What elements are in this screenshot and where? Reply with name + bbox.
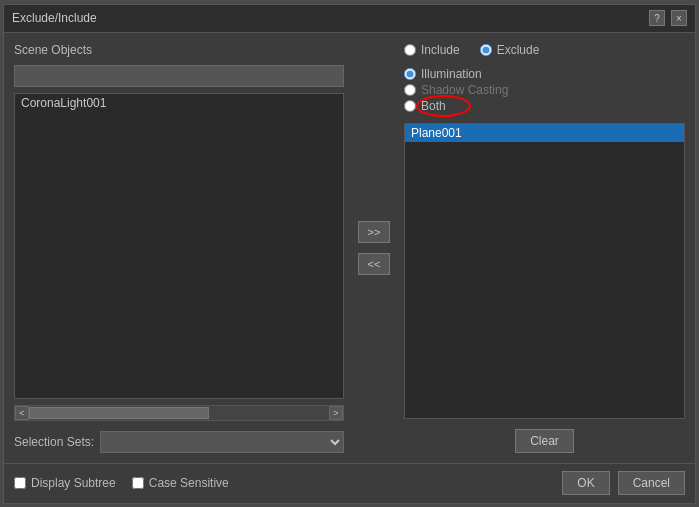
close-button[interactable]: × xyxy=(671,10,687,26)
search-input[interactable] xyxy=(14,65,344,87)
clear-btn-row: Clear xyxy=(404,429,685,453)
scroll-left-arrow[interactable]: < xyxy=(15,406,29,420)
dialog: Exclude/Include ? × Scene Objects Corona… xyxy=(3,4,696,504)
included-excluded-list[interactable]: Plane001 xyxy=(404,123,685,419)
selection-sets-select[interactable] xyxy=(100,431,344,453)
selection-sets-row: Selection Sets: xyxy=(14,431,344,453)
case-sensitive-label: Case Sensitive xyxy=(149,476,229,490)
scroll-right-arrow[interactable]: > xyxy=(329,406,343,420)
list-item[interactable]: CoronaLight001 xyxy=(15,94,343,112)
shadow-label: Shadow Casting xyxy=(421,83,508,97)
right-panel: Include Exclude Illumination Shadow Cast… xyxy=(404,43,685,453)
mode-radio-group: Illumination Shadow Casting Both xyxy=(404,67,685,113)
clear-button[interactable]: Clear xyxy=(515,429,574,453)
display-subtree-checkbox-label[interactable]: Display Subtree xyxy=(14,476,116,490)
both-label: Both xyxy=(421,99,446,113)
main-content: Scene Objects CoronaLight001 < > Selecti… xyxy=(4,33,695,463)
case-sensitive-checkbox[interactable] xyxy=(132,477,144,489)
illumination-radio-label[interactable]: Illumination xyxy=(404,67,685,81)
title-bar-controls: ? × xyxy=(649,10,687,26)
shadow-radio[interactable] xyxy=(404,84,416,96)
bottom-right: OK Cancel xyxy=(562,471,685,495)
display-subtree-label: Display Subtree xyxy=(31,476,116,490)
exclude-radio[interactable] xyxy=(480,44,492,56)
both-label-wrap: Both xyxy=(421,99,446,113)
illumination-radio[interactable] xyxy=(404,68,416,80)
excluded-item[interactable]: Plane001 xyxy=(405,124,684,142)
scene-objects-list[interactable]: CoronaLight001 xyxy=(14,93,344,399)
exclude-radio-label[interactable]: Exclude xyxy=(480,43,540,57)
both-radio-label[interactable]: Both xyxy=(404,99,685,113)
scene-objects-label: Scene Objects xyxy=(14,43,344,57)
horizontal-scrollbar[interactable]: < > xyxy=(14,405,344,421)
scrollbar-thumb[interactable] xyxy=(29,407,209,419)
middle-panel: >> << xyxy=(354,43,394,453)
ok-button[interactable]: OK xyxy=(562,471,609,495)
bottom-bar: Display Subtree Case Sensitive OK Cancel xyxy=(4,463,695,503)
both-radio[interactable] xyxy=(404,100,416,112)
case-sensitive-checkbox-label[interactable]: Case Sensitive xyxy=(132,476,229,490)
cancel-button[interactable]: Cancel xyxy=(618,471,685,495)
include-exclude-row: Include Exclude xyxy=(404,43,685,57)
move-left-button[interactable]: << xyxy=(358,253,390,275)
help-button[interactable]: ? xyxy=(649,10,665,26)
selection-sets-label: Selection Sets: xyxy=(14,435,94,449)
title-bar: Exclude/Include ? × xyxy=(4,5,695,33)
include-label: Include xyxy=(421,43,460,57)
include-radio[interactable] xyxy=(404,44,416,56)
illumination-label: Illumination xyxy=(421,67,482,81)
shadow-radio-label[interactable]: Shadow Casting xyxy=(404,83,685,97)
include-radio-label[interactable]: Include xyxy=(404,43,460,57)
left-panel: Scene Objects CoronaLight001 < > Selecti… xyxy=(14,43,344,453)
exclude-label: Exclude xyxy=(497,43,540,57)
dialog-title: Exclude/Include xyxy=(12,11,97,25)
bottom-left: Display Subtree Case Sensitive xyxy=(14,476,229,490)
move-right-button[interactable]: >> xyxy=(358,221,390,243)
display-subtree-checkbox[interactable] xyxy=(14,477,26,489)
